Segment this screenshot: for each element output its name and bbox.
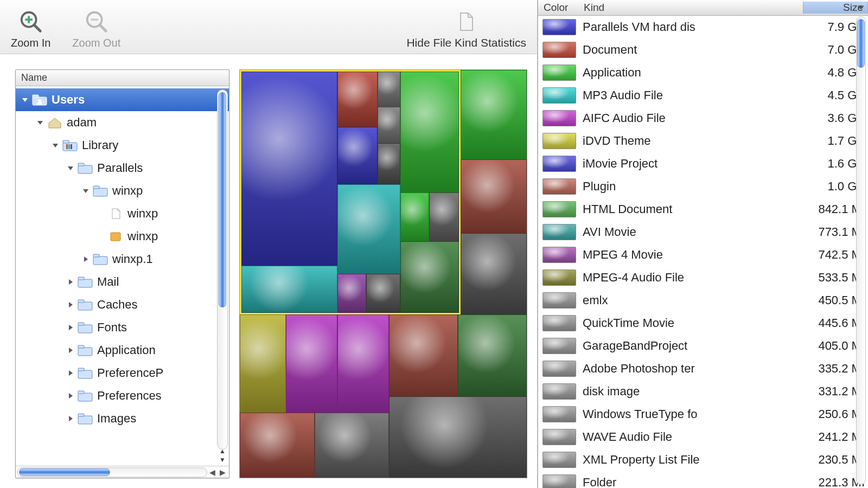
tree-scroll-arrows[interactable]: ▲ ▼ — [217, 447, 228, 464]
stat-row[interactable]: emlx450.5 MI — [538, 289, 868, 312]
stat-row[interactable]: MPEG 4 Movie742.5 MI — [538, 243, 868, 266]
tree-row[interactable]: winxp — [16, 202, 229, 225]
tree-list[interactable]: UsersadamLibraryParallelswinxpwinxpwinxp… — [16, 86, 229, 435]
disclosure-right-icon[interactable] — [67, 278, 74, 286]
treemap-block[interactable] — [378, 70, 400, 107]
stat-row[interactable]: QuickTime Movie445.6 MI — [538, 312, 868, 335]
stats-header-color[interactable]: Color — [538, 2, 582, 14]
stats-header-kind[interactable]: Kind — [582, 2, 803, 14]
disclosure-right-icon[interactable] — [82, 255, 90, 263]
tree-row[interactable]: Users — [16, 88, 229, 111]
stat-row[interactable]: MPEG-4 Audio File533.5 MI — [538, 266, 868, 289]
stat-row[interactable]: HTML Document842.1 MI — [538, 198, 868, 221]
tree-row[interactable]: Application — [16, 339, 229, 362]
scroll-right-icon[interactable]: ▶ — [218, 468, 228, 477]
disclosure-right-icon[interactable] — [67, 392, 74, 400]
tree-row[interactable]: adam — [16, 111, 229, 134]
tree-row[interactable]: Images — [16, 407, 229, 430]
tree-row[interactable]: Preferences — [16, 384, 229, 407]
tree-row[interactable]: winxp — [16, 179, 229, 202]
disclosure-right-icon[interactable] — [67, 369, 74, 377]
disclosure-down-icon[interactable] — [21, 96, 29, 104]
stat-row[interactable]: Windows TrueType fo250.6 MI — [538, 403, 868, 426]
stat-row[interactable]: AIFC Audio File3.6 GB — [538, 107, 868, 130]
tree-column-header-name[interactable]: Name — [16, 70, 229, 86]
scroll-thumb[interactable] — [219, 92, 226, 307]
disclosure-down-icon[interactable] — [36, 119, 44, 126]
treemap-block[interactable] — [461, 70, 527, 159]
stat-kind-label: Windows TrueType fo — [583, 407, 803, 421]
treemap-block[interactable] — [461, 159, 527, 233]
zoom-out-button[interactable]: Zoom Out — [72, 9, 120, 49]
treemap-block[interactable] — [337, 314, 389, 412]
treemap-block[interactable] — [240, 314, 286, 412]
disclosure-right-icon[interactable] — [67, 301, 74, 309]
scroll-down-icon[interactable]: ▼ — [217, 456, 228, 464]
treemap-block[interactable] — [378, 107, 400, 144]
tree-row[interactable]: Fonts — [16, 316, 229, 339]
treemap-block[interactable] — [461, 233, 527, 314]
scroll-up-icon[interactable]: ▲ — [217, 447, 228, 455]
stat-row[interactable]: Parallels VM hard dis7.9 GB — [538, 16, 868, 38]
tree-item-label: Library — [82, 138, 118, 152]
stat-row[interactable]: WAVE Audio File241.2 MI — [538, 426, 868, 448]
stat-row[interactable]: iDVD Theme1.7 GB — [538, 130, 868, 152]
disclosure-down-icon[interactable] — [67, 164, 74, 172]
stat-row[interactable]: disk image331.2 MI — [538, 380, 868, 403]
stat-row[interactable]: GarageBandProject405.0 MI — [538, 335, 868, 357]
scroll-thumb[interactable] — [19, 468, 110, 476]
treemap-block[interactable] — [240, 413, 315, 478]
disclosure-down-icon[interactable] — [82, 187, 90, 195]
stat-row[interactable]: Application4.8 GB — [538, 61, 868, 84]
scroll-left-icon[interactable]: ◀ — [207, 468, 218, 477]
tree-row[interactable]: Library — [16, 134, 229, 157]
stats-header-size[interactable]: Size — [803, 2, 868, 14]
hide-file-kind-stats-button[interactable]: Hide File Kind Statistics — [406, 12, 526, 49]
treemap-block[interactable] — [337, 274, 366, 314]
treemap-block[interactable] — [240, 70, 337, 266]
tree-row[interactable]: Caches — [16, 293, 229, 316]
tree-row[interactable]: PreferenceP — [16, 362, 229, 384]
scroll-thumb[interactable] — [857, 19, 865, 68]
disclosure-right-icon[interactable] — [67, 346, 74, 354]
stat-row[interactable]: Folder221.3 MI — [538, 471, 868, 488]
treemap-block[interactable] — [315, 413, 390, 478]
svg-rect-13 — [68, 144, 70, 149]
stat-row[interactable]: XML Property List File230.5 MI — [538, 448, 868, 471]
disclosure-down-icon[interactable] — [52, 142, 59, 149]
stats-vertical-scrollbar[interactable] — [856, 16, 866, 485]
stat-row[interactable]: Adobe Photoshop ter335.2 MI — [538, 357, 868, 380]
zoom-in-button[interactable]: Zoom In — [11, 9, 50, 49]
stat-row[interactable]: Plugin1.0 GB — [538, 175, 868, 198]
tree-row[interactable]: winxp.1 — [16, 248, 229, 271]
treemap-block[interactable] — [337, 70, 378, 127]
treemap-block[interactable] — [389, 396, 527, 478]
treemap-block[interactable] — [240, 266, 337, 314]
treemap-block[interactable] — [389, 314, 458, 396]
tree-row[interactable]: Mail — [16, 271, 229, 293]
treemap-panel[interactable] — [239, 69, 527, 478]
treemap-block[interactable] — [286, 314, 337, 412]
treemap-block[interactable] — [400, 241, 461, 314]
stat-row[interactable]: Document7.0 GB — [538, 38, 868, 61]
tree-horizontal-scrollbar[interactable]: ◀ ▶ — [16, 466, 229, 478]
treemap-block[interactable] — [366, 274, 400, 314]
treemap-block[interactable] — [337, 184, 400, 274]
scroll-track[interactable] — [17, 467, 207, 477]
tree-row[interactable]: Parallels — [16, 157, 229, 179]
stat-row[interactable]: MP3 Audio File4.5 GB — [538, 84, 868, 107]
stat-row[interactable]: iMovie Project1.6 GB — [538, 152, 868, 175]
disclosure-right-icon[interactable] — [67, 415, 74, 422]
stat-row[interactable]: AVI Movie773.1 MI — [538, 221, 868, 243]
tree-vertical-scrollbar[interactable] — [217, 89, 228, 450]
treemap-block[interactable] — [378, 143, 400, 184]
stats-list[interactable]: Parallels VM hard dis7.9 GBDocument7.0 G… — [538, 16, 868, 488]
treemap-block[interactable] — [337, 127, 378, 184]
disclosure-right-icon[interactable] — [67, 324, 74, 331]
treemap-block[interactable] — [400, 192, 429, 241]
treemap-block[interactable] — [400, 70, 461, 192]
treemap[interactable] — [240, 70, 527, 478]
treemap-block[interactable] — [429, 192, 461, 241]
treemap-block[interactable] — [458, 314, 527, 396]
tree-row[interactable]: winxp — [16, 225, 229, 248]
